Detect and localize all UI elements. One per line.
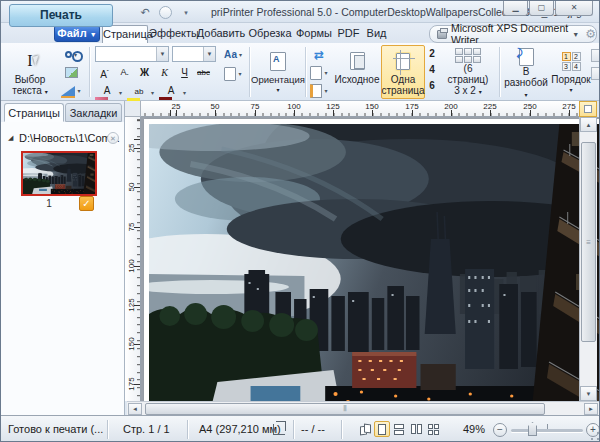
preset-6-pages[interactable]: 6	[425, 78, 439, 94]
grow-font-button[interactable]: Аˆ	[95, 65, 114, 81]
tree-expand-icon[interactable]: ◢	[8, 134, 13, 142]
tab-pdf[interactable]: PDF	[335, 25, 362, 43]
qat-menu-icon[interactable]: ▾	[178, 5, 194, 20]
redo-icon[interactable]	[159, 6, 172, 19]
font-name-combo[interactable]: ▼	[95, 46, 169, 62]
view-mode-facing-button[interactable]	[408, 421, 424, 437]
maximize-button[interactable]: ▢	[529, 1, 554, 16]
ruler-label: 50	[205, 102, 225, 111]
shrink-font-button[interactable]: Аˇ	[115, 65, 134, 81]
select-image-button[interactable]	[59, 64, 83, 81]
sidebar-tab-bookmarks[interactable]: Закладки	[65, 103, 122, 122]
six-pages-button[interactable]: (6 страниц) 3 x 2 ▾	[441, 45, 495, 99]
ruler-label: 125	[127, 295, 137, 315]
ruler-label: 25	[127, 138, 137, 158]
pages-3d-icon	[360, 424, 371, 435]
crop-page-icon	[396, 53, 410, 70]
ruler-options-button[interactable]	[579, 101, 597, 117]
zoom-out-button[interactable]: −	[493, 423, 507, 437]
page-thumbnail[interactable]	[21, 151, 97, 196]
zoom-slider-track[interactable]	[511, 429, 583, 432]
order-grid-icon: 12 34	[562, 52, 581, 71]
highlight-button[interactable]: ab	[127, 83, 151, 99]
text-cursor-icon: I	[27, 52, 32, 70]
preset-2-pages[interactable]: 2	[425, 46, 439, 62]
tab-shapes[interactable]: Формы	[294, 25, 334, 43]
document-tree-item[interactable]: ◢ D:\Новость\1\Com... ✕	[5, 132, 121, 146]
gear-icon[interactable]: ⚙	[585, 27, 596, 41]
page-background-button[interactable]: ▾	[221, 65, 245, 82]
scroll-right-button[interactable]: ►	[584, 403, 598, 415]
shuffle-page-icon: ⤸	[519, 48, 534, 66]
font-color-button[interactable]: А	[159, 83, 183, 99]
ribbon-overflow-button[interactable]	[591, 49, 600, 62]
paper-size[interactable]: A4 (297,210 мм)	[199, 416, 281, 442]
italic-button[interactable]: К	[155, 65, 174, 81]
single-page-icon	[378, 424, 386, 435]
page-checkbox[interactable]: ✓	[79, 196, 94, 211]
ruler-label: 75	[245, 102, 265, 111]
find-button[interactable]: ▾	[59, 46, 83, 63]
vertical-scroll-thumb[interactable]: ≡	[581, 142, 596, 342]
chevron-down-icon[interactable]: ▼	[156, 47, 168, 61]
text-style-button[interactable]: Аа▾	[221, 46, 245, 63]
preset-4-pages[interactable]: 4	[425, 62, 439, 78]
font-size-combo[interactable]: ▼	[172, 46, 216, 62]
tab-page[interactable]: Страница	[102, 25, 148, 43]
status-bar: Готово к печати (... Стр. 1 / 1 A4 (297,…	[1, 415, 600, 442]
file-menu-button[interactable]: Файл ▼	[54, 25, 100, 42]
view-mode-grid-button[interactable]	[425, 421, 441, 437]
tab-crop[interactable]: Обрезка	[247, 25, 293, 43]
page-margin-button[interactable]: ▾	[307, 82, 331, 99]
underline-button[interactable]: Ч	[175, 65, 194, 81]
ruler-label: 75	[127, 217, 137, 237]
original-layout-button[interactable]: Исходное	[335, 45, 379, 99]
scroll-left-button[interactable]: ◄	[128, 403, 142, 415]
tab-effects[interactable]: Эффекты	[149, 25, 195, 43]
gradient-tool-button[interactable]: ▾	[59, 82, 83, 99]
ramp-icon	[61, 86, 75, 96]
page-size-button[interactable]: ▾	[307, 64, 331, 81]
page-preview[interactable]	[144, 119, 600, 401]
undo-icon[interactable]: ↶	[137, 5, 153, 20]
orientation-button[interactable]: А Ориентация ▾	[253, 45, 303, 99]
printer-icon	[437, 30, 447, 39]
tab-add[interactable]: Добавить	[196, 25, 246, 43]
zoom-slider-thumb[interactable]	[528, 422, 537, 436]
close-button[interactable]: ✕	[555, 1, 593, 16]
print-button[interactable]: Печать	[9, 4, 113, 27]
rotate-pages-button[interactable]: ⇄	[307, 46, 331, 63]
tab-view[interactable]: Вид	[363, 25, 390, 43]
ruler-label: 250	[520, 102, 540, 111]
resize-grip[interactable]	[590, 431, 600, 441]
chevron-down-icon[interactable]: ▼	[203, 47, 215, 61]
preview-area[interactable]	[141, 117, 600, 401]
view-mode-3d-button[interactable]	[357, 421, 373, 437]
close-document-icon[interactable]: ✕	[107, 132, 119, 144]
bold-button[interactable]: Ж	[135, 65, 154, 81]
sidebar-tab-pages[interactable]: Страницы	[4, 103, 64, 122]
shuffle-button[interactable]: ⤸ В разнобой ▾	[503, 45, 549, 99]
select-text-button[interactable]: I Выбор текста ▾	[5, 45, 55, 99]
image-icon	[65, 67, 78, 78]
minimize-button[interactable]: ▁	[503, 1, 528, 16]
vertical-scrollbar[interactable]: ▲ ≡ ▼	[579, 117, 597, 401]
ribbon-overflow-button[interactable]	[591, 67, 600, 80]
page-icon	[310, 66, 322, 80]
horizontal-scrollbar[interactable]: ◄ ⦀ ►	[127, 401, 599, 415]
scroll-down-button[interactable]: ▼	[580, 386, 597, 401]
page-margin-icon	[310, 84, 322, 98]
quick-access-toolbar: ↶ ▾	[137, 5, 194, 20]
page-indicator[interactable]: Стр. 1 / 1	[123, 416, 170, 442]
strikethrough-button[interactable]: abc	[194, 65, 213, 81]
horizontal-scroll-thumb[interactable]: ⦀	[145, 403, 545, 415]
scroll-up-button[interactable]: ▲	[580, 117, 597, 132]
clear-format-button[interactable]: А	[95, 83, 119, 99]
view-mode-single-button[interactable]	[374, 421, 390, 437]
order-button[interactable]: 12 34 Порядок ▾	[551, 45, 591, 99]
continuous-pages-icon	[394, 424, 404, 435]
view-mode-continuous-button[interactable]	[391, 421, 407, 437]
one-page-button[interactable]: Одна страница	[381, 45, 425, 99]
printer-selector[interactable]: Microsoft XPS Document Writer ▼ ⚙	[429, 25, 597, 43]
six-pages-grid-icon	[455, 48, 481, 63]
